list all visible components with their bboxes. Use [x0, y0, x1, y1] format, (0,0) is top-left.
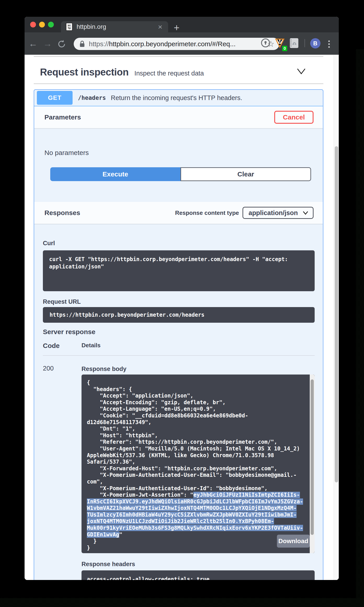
- response-body-block[interactable]: { "headers": { "Accept": "application/js…: [81, 375, 315, 553]
- screenshot-canvas: http httpbin.org × + ← → https://httpbin…: [0, 0, 364, 607]
- content-type-select[interactable]: application/json: [243, 207, 313, 219]
- endpoint-description: Return the incoming request's HTTP heade…: [111, 94, 242, 102]
- password-manager-extension-icon[interactable]: [260, 38, 271, 48]
- request-url-label: Request URL: [43, 298, 315, 305]
- opblock-summary[interactable]: GET /headers Return the incoming request…: [34, 90, 323, 106]
- response-table-header: Code Details: [43, 342, 315, 349]
- page-scrollbar[interactable]: [334, 55, 339, 580]
- responses-bar: Responses Response content type applicat…: [34, 202, 323, 224]
- page-subtitle: Inspect the request data: [134, 70, 204, 77]
- endpoint-path: /headers: [78, 94, 106, 101]
- parameters-bar: Parameters Cancel: [34, 106, 323, 128]
- download-button[interactable]: Download: [277, 535, 310, 548]
- header-bottom-divider: [34, 84, 323, 84]
- page-title: Request inspection: [40, 66, 129, 78]
- back-icon[interactable]: ←: [29, 39, 38, 49]
- clear-button[interactable]: Clear: [181, 167, 311, 181]
- zoom-window-button[interactable]: [48, 22, 54, 27]
- backdrop-noise: [356, 49, 364, 607]
- status-code: 200: [43, 365, 81, 580]
- selected-jwt-text: eyJhbGciOiJFUzI1NiIsImtpZCI6IiIs- InR5cC…: [87, 492, 303, 538]
- chevron-down-icon[interactable]: [297, 68, 306, 75]
- response-body-json: { "headers": { "Accept": "application/js…: [87, 379, 303, 551]
- parameters-body: No parameters Execute Clear: [34, 128, 323, 202]
- server-response-label: Server response: [43, 328, 315, 336]
- select-chevron-icon: [303, 211, 308, 215]
- opblock-get-headers: GET /headers Return the incoming request…: [34, 89, 323, 580]
- browser-window: http httpbin.org × + ← → https://httpbin…: [25, 17, 339, 580]
- response-table-divider: [43, 355, 315, 356]
- lock-icon[interactable]: [79, 41, 85, 47]
- url-text: https://httpbin.corp.beyondperimeter.com…: [89, 40, 236, 48]
- new-tab-button[interactable]: +: [174, 22, 180, 33]
- close-window-button[interactable]: [30, 22, 36, 27]
- content-type-label: Response content type: [175, 209, 239, 216]
- parameters-title: Parameters: [44, 114, 81, 121]
- cancel-button[interactable]: Cancel: [274, 111, 313, 124]
- browser-tab[interactable]: http httpbin.org ×: [61, 21, 168, 32]
- code-column-header: Code: [43, 342, 81, 349]
- swagger-content: Request inspection Inspect the request d…: [34, 55, 323, 580]
- execute-row: Execute Clear: [50, 167, 311, 181]
- notebook-extension-icon[interactable]: [289, 38, 299, 49]
- toolbar-separator: [304, 39, 305, 47]
- privacy-badger-badge: 0: [282, 45, 288, 52]
- content-type-value: application/json: [248, 209, 298, 217]
- curl-command[interactable]: curl -X GET "https://httpbin.corp.beyond…: [43, 250, 315, 291]
- tab-close-icon[interactable]: ×: [158, 23, 162, 31]
- forward-icon[interactable]: →: [43, 39, 52, 49]
- responses-title: Responses: [44, 209, 80, 217]
- response-row-200: 200 Response body { "headers": { "Accept…: [43, 365, 315, 580]
- browser-menu-icon[interactable]: [328, 39, 330, 49]
- backdrop-noise-bottom: [0, 598, 364, 607]
- responses-section: Curl curl -X GET "https://httpbin.corp.b…: [34, 240, 323, 580]
- url-bar[interactable]: https://httpbin.corp.beyondperimeter.com…: [74, 38, 279, 50]
- reload-icon[interactable]: [57, 39, 66, 49]
- minimize-window-button[interactable]: [39, 22, 45, 27]
- no-parameters-text: No parameters: [44, 149, 315, 156]
- execute-button[interactable]: Execute: [50, 167, 181, 181]
- page-scrollbar-thumb[interactable]: [335, 146, 338, 482]
- response-details-cell: Response body { "headers": { "Accept": "…: [81, 365, 315, 580]
- tab-title: httpbin.org: [77, 23, 106, 30]
- http-method-badge: GET: [37, 91, 73, 105]
- httpbin-favicon-icon: http: [66, 23, 73, 31]
- profile-avatar[interactable]: B: [310, 38, 320, 49]
- page-viewport: Request inspection Inspect the request d…: [25, 55, 339, 580]
- window-titlebar: http httpbin.org × +: [25, 17, 339, 32]
- top-divider: [34, 56, 323, 57]
- response-headers-block: access-control-allow-credentials: true a…: [81, 570, 315, 580]
- request-url-value: https://httpbin.corp.beyondperimeter.com…: [43, 307, 315, 323]
- details-column-header: Details: [81, 342, 315, 349]
- curl-label: Curl: [43, 240, 315, 247]
- response-body-scrollbar[interactable]: [310, 375, 315, 553]
- section-header-row[interactable]: Request inspection Inspect the request d…: [40, 66, 323, 78]
- response-body-label: Response body: [81, 366, 315, 373]
- response-headers-label: Response headers: [81, 561, 315, 568]
- response-body-scrollbar-thumb[interactable]: [311, 379, 314, 535]
- browser-toolbar: ← → https://httpbin.corp.beyondperimeter…: [25, 32, 339, 55]
